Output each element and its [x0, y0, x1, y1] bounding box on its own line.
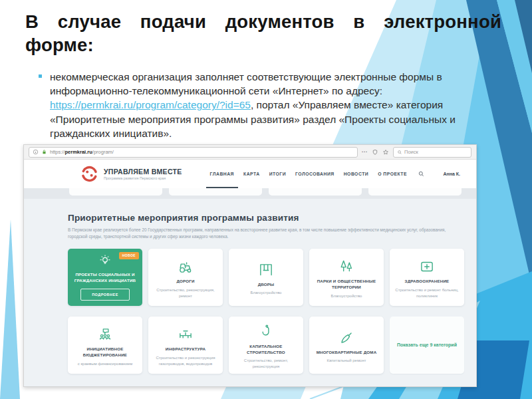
nav-item-votings[interactable]: ГОЛОСОВАНИЯ: [295, 160, 334, 188]
details-button[interactable]: ПОДРОБНЕЕ: [80, 289, 130, 301]
info-icon[interactable]: [33, 149, 39, 155]
toolbar-icons: ⋯: [362, 149, 390, 156]
medical-cross-icon: [418, 258, 436, 275]
show-more-label: Показать еще 9 категорий: [397, 342, 457, 349]
category-card-initiatives[interactable]: НОВОЕ ПРОЕКТЫ СОЦИАЛЬНЫХ И ГРАЖДАНСКИХ И…: [68, 249, 142, 306]
category-title: ПРОЕКТЫ СОЦИАЛЬНЫХ И ГРАЖДАНСКИХ ИНИЦИАТ…: [72, 272, 138, 283]
nav-item-about[interactable]: О ПРОЕКТЕ: [378, 160, 407, 188]
category-card-yards[interactable]: ДВОРЫ Благоустройство: [229, 249, 303, 306]
site-search-icon[interactable]: [418, 170, 425, 178]
category-title: ДОРОГИ: [176, 279, 194, 285]
cutoff-card: [368, 188, 462, 196]
section-heading: Приоритетные мероприятия программы разви…: [68, 213, 466, 223]
browser-screenshot: https://permkrai.ru/program/ ⋯ Поиск: [23, 144, 477, 387]
priority-section: Приоритетные мероприятия программы разви…: [24, 199, 476, 386]
cutoff-card: [169, 188, 262, 196]
site-nav: ГЛАВНАЯ КАРТА ИТОГИ ГОЛОСОВАНИЯ НОВОСТИ …: [210, 160, 407, 188]
search-icon: [397, 150, 402, 155]
categories-grid: НОВОЕ ПРОЕКТЫ СОЦИАЛЬНЫХ И ГРАЖДАНСКИХ И…: [68, 249, 466, 374]
category-title: ПАРКИ И ОБЩЕСТВЕННЫЕ ТЕРРИТОРИИ: [314, 279, 379, 290]
category-subtitle: Строительство и ремонт больниц, поликлин…: [394, 287, 460, 299]
bullet-text: некоммерческая организация заполняет соо…: [50, 70, 473, 140]
url-text[interactable]: https://permkrai.ru/program/: [50, 149, 114, 155]
address-bar[interactable]: https://permkrai.ru/program/: [29, 147, 358, 158]
category-card-budgeting[interactable]: ИНИЦИАТИВНОЕ БЮДЖЕТИРОВАНИЕ с краевым фи…: [68, 317, 142, 374]
shield-icon[interactable]: [372, 149, 378, 156]
bookmark-star-icon[interactable]: [382, 149, 389, 156]
category-card-apartments[interactable]: МНОГОКВАРТИРНЫЕ ДОМА Капитальный ремонт: [309, 317, 384, 374]
search-placeholder: Поиск: [404, 149, 418, 155]
slide-title: В случае подачи документов в электронной…: [25, 11, 501, 57]
category-subtitle: Строительство и реконструкция газопровод…: [153, 355, 218, 366]
brand-name: УПРАВЛЯЕМ ВМЕСТЕ: [104, 168, 182, 176]
people-discussion-icon: [96, 326, 114, 343]
bullet-marker-icon: [39, 74, 42, 78]
section-description: В Пермском крае реализуется более 20 Гос…: [68, 227, 462, 240]
bullet-item: некоммерческая организация заполняет соо…: [50, 70, 473, 140]
category-title: МНОГОКВАРТИРНЫЕ ДОМА: [317, 350, 377, 356]
trees-icon: [338, 258, 355, 275]
category-subtitle: Строительство, реконструкция, ремонт: [153, 287, 218, 299]
nav-item-main[interactable]: ГЛАВНАЯ: [210, 160, 234, 188]
tractor-icon: [177, 258, 194, 275]
nav-item-results[interactable]: ИТОГИ: [269, 160, 286, 188]
nav-item-news[interactable]: НОВОСТИ: [344, 160, 369, 188]
user-account[interactable]: Анна К.: [443, 172, 460, 176]
category-card-healthcare[interactable]: ЗДРАВООХРАНЕНИЕ Строительство и ремонт б…: [390, 249, 464, 306]
show-more-categories[interactable]: Показать еще 9 категорий: [390, 317, 464, 374]
category-card-parks[interactable]: ПАРКИ И ОБЩЕСТВЕННЫЕ ТЕРРИТОРИИ Благоуст…: [309, 249, 384, 306]
category-card-construction[interactable]: КАПИТАЛЬНОЕ СТРОИТЕЛЬСТВО Строительство,…: [229, 317, 303, 374]
crane-hook-icon: [257, 323, 275, 340]
lock-icon[interactable]: [41, 149, 47, 155]
nav-item-map[interactable]: КАРТА: [243, 160, 260, 188]
category-title: ИНИЦИАТИВНОЕ БЮДЖЕТИРОВАНИЕ: [72, 346, 138, 358]
swing-icon: [257, 261, 275, 279]
bullet-text-before: некоммерческая организация заполняет соо…: [50, 71, 442, 96]
site-header: УПРАВЛЯЕМ ВМЕСТЕ Программа развития Перм…: [24, 160, 476, 188]
category-title: ИНФРАСТРУКТУРА: [166, 346, 206, 352]
category-title: ДВОРЫ: [258, 282, 275, 288]
category-card-roads[interactable]: ДОРОГИ Строительство, реконструкция, рем…: [148, 249, 223, 306]
cards-cutoff-band: [24, 188, 476, 199]
trowel-icon: [338, 329, 355, 346]
site-logo-icon[interactable]: [80, 165, 98, 183]
category-subtitle: Благоустройство: [331, 293, 362, 299]
brand-tagline: Программа развития Пермского края: [104, 176, 182, 180]
cutoff-card: [269, 188, 362, 196]
category-title: КАПИТАЛЬНОЕ СТРОИТЕЛЬСТВО: [233, 344, 299, 355]
category-title: ЗДРАВООХРАНЕНИЕ: [405, 279, 450, 285]
category-subtitle: Благоустройство: [251, 290, 282, 296]
browser-search-field[interactable]: Поиск: [393, 147, 471, 158]
presentation-slide: В случае подачи документов в электронной…: [0, 0, 532, 399]
portal-url-link[interactable]: https://permkrai.ru/program/category/?id…: [50, 99, 251, 110]
category-subtitle: Капитальный ремонт: [327, 358, 366, 364]
lightbulb-icon: [98, 254, 112, 269]
cutoff-card: [69, 188, 162, 196]
category-subtitle: Строительство, ремонт, реконструкция: [233, 358, 299, 369]
browser-toolbar: https://permkrai.ru/program/ ⋯ Поиск: [24, 145, 476, 160]
page-actions-icon[interactable]: ⋯: [362, 149, 368, 155]
new-badge: НОВОЕ: [119, 252, 139, 259]
pipeline-icon: [177, 326, 194, 343]
brand-block[interactable]: УПРАВЛЯЕМ ВМЕСТЕ Программа развития Перм…: [104, 168, 182, 181]
category-subtitle: с краевым финансированием: [78, 361, 132, 367]
category-card-infrastructure[interactable]: ИНФРАСТРУКТУРА Строительство и реконстру…: [148, 317, 223, 374]
